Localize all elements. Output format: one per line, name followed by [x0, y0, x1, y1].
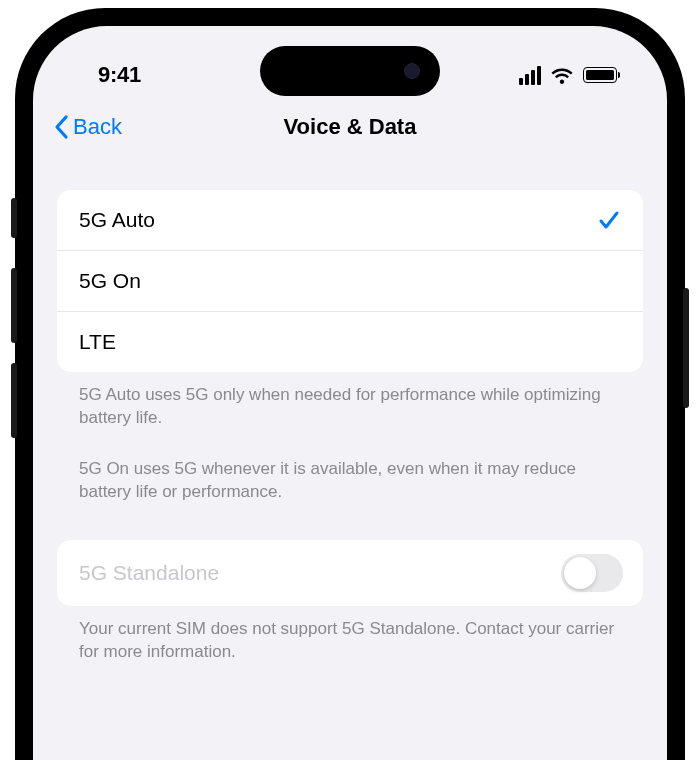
status-time: 9:41: [98, 62, 141, 88]
wifi-icon: [550, 66, 574, 84]
option-label: 5G On: [79, 269, 141, 293]
volume-up-button: [11, 268, 17, 343]
option-label: 5G Auto: [79, 208, 155, 232]
screen: 9:41 Back Voice & Data: [33, 26, 667, 760]
volume-down-button: [11, 363, 17, 438]
footer-5g-on: 5G On uses 5G whenever it is available, …: [57, 446, 643, 504]
option-label: LTE: [79, 330, 116, 354]
voice-data-options: 5G Auto 5G On LTE: [57, 190, 643, 372]
footer-standalone: Your current SIM does not support 5G Sta…: [57, 606, 643, 664]
option-5g-on[interactable]: 5G On: [57, 251, 643, 312]
toggle-knob: [564, 557, 596, 589]
status-indicators: [519, 66, 617, 85]
battery-icon: [583, 67, 617, 83]
navigation-bar: Back Voice & Data: [33, 96, 667, 160]
standalone-label: 5G Standalone: [79, 561, 219, 585]
chevron-left-icon: [53, 114, 71, 140]
standalone-group: 5G Standalone: [57, 540, 643, 606]
back-button[interactable]: Back: [53, 114, 122, 140]
page-title: Voice & Data: [284, 114, 417, 140]
standalone-row: 5G Standalone: [57, 540, 643, 606]
power-button: [683, 288, 689, 408]
standalone-toggle[interactable]: [561, 554, 623, 592]
option-lte[interactable]: LTE: [57, 312, 643, 372]
content-area: 5G Auto 5G On LTE 5G Auto uses 5G only w…: [33, 160, 667, 664]
dynamic-island: [260, 46, 440, 96]
back-label: Back: [73, 114, 122, 140]
footer-5g-auto: 5G Auto uses 5G only when needed for per…: [57, 372, 643, 430]
cellular-icon: [519, 66, 541, 85]
checkmark-icon: [597, 208, 621, 232]
phone-frame: 9:41 Back Voice & Data: [15, 8, 685, 760]
option-5g-auto[interactable]: 5G Auto: [57, 190, 643, 251]
side-button: [11, 198, 17, 238]
